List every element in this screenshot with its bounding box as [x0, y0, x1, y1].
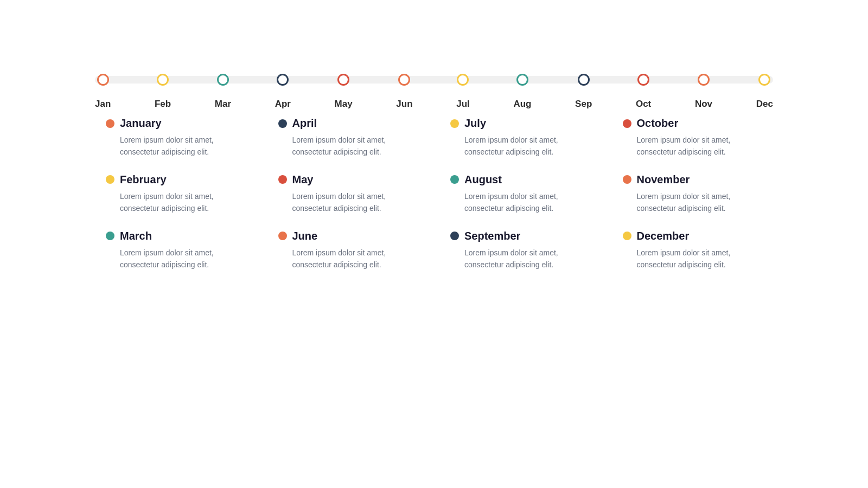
month-heading: February	[106, 174, 246, 186]
month-short-label: Jul	[456, 99, 470, 110]
month-entry-august: August Lorem ipsum dolor sit amet, conse…	[439, 167, 601, 223]
month-short-label: Sep	[575, 99, 592, 110]
month-short-label: Dec	[756, 99, 773, 110]
month-desc-february: Lorem ipsum dolor sit amet, consectetur …	[106, 190, 246, 215]
dot-feb	[157, 74, 169, 86]
bullet-september	[450, 232, 459, 240]
month-short-label: Feb	[155, 99, 171, 110]
month-entry-november: November Lorem ipsum dolor sit amet, con…	[612, 167, 774, 223]
month-heading: November	[623, 174, 763, 186]
bullet-august	[450, 175, 459, 184]
month-desc-august: Lorem ipsum dolor sit amet, consectetur …	[450, 190, 590, 215]
month-name-march: March	[120, 230, 152, 242]
bullet-may	[278, 175, 287, 184]
month-name-december: December	[637, 230, 690, 242]
timeline-dot-feb: Feb	[155, 76, 171, 110]
timeline-dot-dec: Dec	[756, 76, 773, 110]
month-name-august: August	[464, 174, 502, 186]
timeline-dot-nov: Nov	[695, 76, 712, 110]
month-short-label: Mar	[215, 99, 231, 110]
dot-jul	[457, 74, 469, 86]
month-entry-march: March Lorem ipsum dolor sit amet, consec…	[95, 223, 257, 280]
month-short-label: Oct	[636, 99, 651, 110]
month-entry-june: June Lorem ipsum dolor sit amet, consect…	[267, 223, 429, 280]
timeline: Jan Feb Mar Apr May Jun Jul Aug Sep Oct …	[95, 76, 773, 84]
month-desc-june: Lorem ipsum dolor sit amet, consectetur …	[278, 247, 418, 271]
timeline-dot-jul: Jul	[456, 76, 470, 110]
month-heading: June	[278, 230, 418, 242]
month-desc-november: Lorem ipsum dolor sit amet, consectetur …	[623, 190, 763, 215]
month-heading: March	[106, 230, 246, 242]
bullet-october	[623, 119, 631, 128]
month-desc-october: Lorem ipsum dolor sit amet, consectetur …	[623, 134, 763, 158]
dot-aug	[516, 74, 528, 86]
bullet-november	[623, 175, 631, 184]
month-entry-may: May Lorem ipsum dolor sit amet, consecte…	[267, 167, 429, 223]
month-heading: May	[278, 174, 418, 186]
month-short-label: May	[335, 99, 353, 110]
month-name-april: April	[292, 117, 317, 130]
month-name-may: May	[292, 174, 314, 186]
dot-jun	[398, 74, 410, 86]
bullet-april	[278, 119, 287, 128]
dot-jan	[97, 74, 109, 86]
bullet-december	[623, 232, 631, 240]
month-heading: August	[450, 174, 590, 186]
month-entry-september: September Lorem ipsum dolor sit amet, co…	[439, 223, 601, 280]
timeline-dot-oct: Oct	[636, 76, 651, 110]
month-desc-september: Lorem ipsum dolor sit amet, consectetur …	[450, 247, 590, 271]
bullet-june	[278, 232, 287, 240]
month-name-september: September	[464, 230, 520, 242]
dot-nov	[698, 74, 710, 86]
month-entry-october: October Lorem ipsum dolor sit amet, cons…	[612, 111, 774, 167]
dot-mar	[217, 74, 229, 86]
bullet-january	[106, 119, 114, 128]
month-short-label: Aug	[513, 99, 531, 110]
month-heading: January	[106, 117, 246, 130]
month-heading: July	[450, 117, 590, 130]
month-short-label: Jun	[396, 99, 412, 110]
timeline-dot-jun: Jun	[396, 76, 412, 110]
timeline-months: Jan Feb Mar Apr May Jun Jul Aug Sep Oct …	[95, 76, 773, 110]
month-name-june: June	[292, 230, 318, 242]
month-name-february: February	[120, 174, 167, 186]
month-short-label: Jan	[95, 99, 111, 110]
dot-dec	[758, 74, 770, 86]
timeline-dot-mar: Mar	[215, 76, 231, 110]
timeline-dot-jan: Jan	[95, 76, 111, 110]
dot-oct	[637, 74, 649, 86]
month-heading: December	[623, 230, 763, 242]
month-entry-july: July Lorem ipsum dolor sit amet, consect…	[439, 111, 601, 167]
timeline-bar: Jan Feb Mar Apr May Jun Jul Aug Sep Oct …	[95, 76, 773, 84]
month-desc-march: Lorem ipsum dolor sit amet, consectetur …	[106, 247, 246, 271]
month-entry-february: February Lorem ipsum dolor sit amet, con…	[95, 167, 257, 223]
dot-apr	[277, 74, 289, 86]
month-heading: September	[450, 230, 590, 242]
month-name-july: July	[464, 117, 486, 130]
month-desc-july: Lorem ipsum dolor sit amet, consectetur …	[450, 134, 590, 158]
month-heading: April	[278, 117, 418, 130]
bullet-february	[106, 175, 114, 184]
month-short-label: Nov	[695, 99, 712, 110]
month-heading: October	[623, 117, 763, 130]
month-entry-april: April Lorem ipsum dolor sit amet, consec…	[267, 111, 429, 167]
month-desc-january: Lorem ipsum dolor sit amet, consectetur …	[106, 134, 246, 158]
content-grid: January Lorem ipsum dolor sit amet, cons…	[95, 111, 773, 279]
month-name-january: January	[120, 117, 162, 130]
dot-sep	[578, 74, 590, 86]
month-name-october: October	[637, 117, 679, 130]
month-desc-may: Lorem ipsum dolor sit amet, consectetur …	[278, 190, 418, 215]
timeline-dot-may: May	[335, 76, 353, 110]
bullet-july	[450, 119, 459, 128]
month-desc-december: Lorem ipsum dolor sit amet, consectetur …	[623, 247, 763, 271]
month-name-november: November	[637, 174, 690, 186]
month-short-label: Apr	[275, 99, 291, 110]
bullet-march	[106, 232, 114, 240]
timeline-dot-apr: Apr	[275, 76, 291, 110]
timeline-dot-aug: Aug	[513, 76, 531, 110]
month-entry-december: December Lorem ipsum dolor sit amet, con…	[612, 223, 774, 280]
month-desc-april: Lorem ipsum dolor sit amet, consectetur …	[278, 134, 418, 158]
timeline-dot-sep: Sep	[575, 76, 592, 110]
month-entry-january: January Lorem ipsum dolor sit amet, cons…	[95, 111, 257, 167]
dot-may	[337, 74, 349, 86]
